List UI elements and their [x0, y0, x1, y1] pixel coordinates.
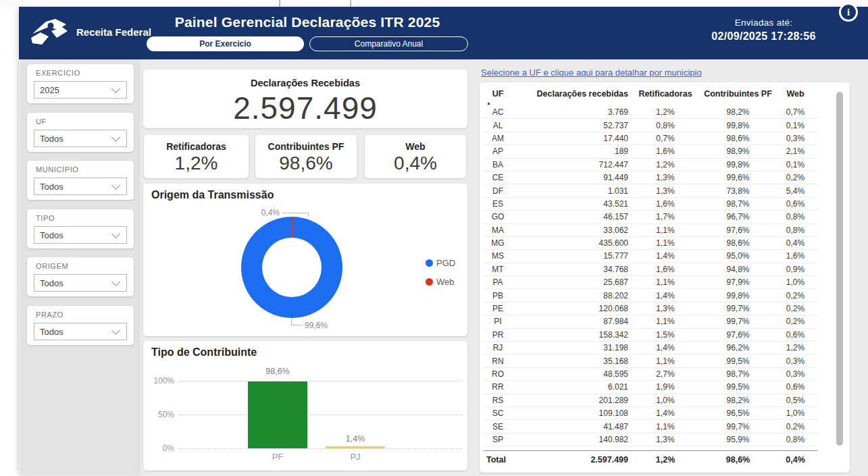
table-cell: 0,3% — [773, 369, 817, 379]
kpi-value: 2.597.499 — [143, 90, 467, 126]
table-row[interactable]: PE120.0681,3%99,7%0,2% — [484, 302, 817, 315]
screen: Receita Federal Painel Gerencial Declara… — [0, 0, 868, 476]
table-row[interactable]: SP140.9821,3%95,9%0,8% — [484, 433, 817, 446]
table-row[interactable]: RR6.0211,9%99,5%0,6% — [484, 381, 817, 394]
table-row[interactable]: RS201.2891,0%98,2%0,5% — [484, 394, 817, 407]
table-cell: 35.168 — [512, 356, 628, 366]
table-row[interactable]: BA712.4471,2%99,8%0,1% — [484, 159, 817, 171]
chevron-down-icon — [111, 84, 120, 93]
legend-label: Web — [436, 277, 455, 287]
column-header-web[interactable]: Web — [773, 88, 817, 100]
column-header-retificadoras[interactable]: Retificadoras — [628, 88, 703, 100]
table-cell: RJ — [484, 343, 512, 352]
table-row[interactable]: PR158.3421,5%97,6%0,6% — [484, 329, 817, 342]
exercicio-dropdown[interactable]: 2025 — [34, 81, 127, 99]
total-cell: 98,6% — [703, 455, 773, 465]
filter-label: UF — [36, 117, 47, 126]
table-cell: 1,6% — [773, 251, 817, 261]
table-cell: 1,1% — [628, 226, 703, 235]
tab-comparativo-anual[interactable]: Comparativo Anual — [309, 36, 468, 51]
chart-title: Origem da Transmissão — [151, 189, 274, 201]
donut-ring[interactable] — [241, 217, 342, 318]
table-row[interactable]: MA33.0621,1%97,6%0,8% — [484, 224, 817, 237]
chart-title: Tipo de Contribuinte — [151, 346, 257, 359]
filter-card-uf: UF Todos — [27, 113, 134, 152]
table-total-row: Total 2.597.499 1,2% 98,6% 0,4% — [484, 450, 817, 468]
sort-ascending-icon[interactable]: ▲ — [486, 101, 491, 105]
x-axis-tick-pf: PF — [248, 452, 307, 462]
table-row[interactable]: MT34.7681,6%94,8%0,9% — [484, 263, 817, 276]
bar-pf[interactable] — [248, 381, 307, 448]
table-cell: 99,8% — [703, 121, 773, 130]
gridline — [178, 415, 462, 415]
table-row[interactable]: RN35.1681,1%99,5%0,3% — [484, 354, 817, 367]
table-cell: 1,6% — [628, 199, 703, 209]
table-row[interactable]: CE91.4491,3%99,6%0,2% — [484, 171, 817, 184]
table-row[interactable]: AC3.7691,2%98,2%0,7% — [484, 106, 817, 119]
table-row[interactable]: ES43.5211,6%98,7%0,6% — [484, 198, 817, 211]
total-cell: 0,4% — [773, 455, 817, 465]
dropdown-value: Todos — [34, 327, 113, 337]
table-row[interactable]: SE41.4871,1%99,7%0,2% — [484, 420, 817, 433]
table-row[interactable]: DF1.0311,3%73,8%5,4% — [484, 184, 817, 197]
table-cell: 201.289 — [512, 396, 628, 405]
table-row[interactable]: PB88.2021,4%99,8%0,2% — [484, 289, 817, 302]
dropdown-value: Todos — [34, 278, 113, 288]
table-cell: 0,2% — [773, 422, 817, 431]
donut-label-web: 0,4% — [245, 208, 280, 217]
table-cell: 0,1% — [773, 160, 817, 169]
gridline — [178, 448, 462, 449]
prazo-dropdown[interactable]: Todos — [34, 323, 127, 340]
table-scrollbar[interactable] — [836, 92, 843, 446]
table-cell: 1,4% — [628, 251, 703, 261]
table-row[interactable]: AP1891,6%98,9%2,1% — [484, 145, 817, 158]
table-cell: 1,1% — [628, 277, 703, 287]
column-header-uf[interactable]: UF — [484, 88, 512, 100]
dropdown-value: Todos — [34, 182, 113, 192]
table-row[interactable]: AL52.7370,8%99,8%0,1% — [484, 119, 817, 132]
info-icon[interactable]: i — [839, 3, 858, 22]
bar-pj[interactable] — [326, 446, 385, 448]
dropdown-value: Todos — [34, 134, 113, 144]
table-row[interactable]: MS15.7771,4%95,0%1,6% — [484, 250, 817, 263]
table-row[interactable]: RJ31.1981,4%96,2%1,2% — [484, 342, 817, 354]
tipo-dropdown[interactable]: Todos — [34, 226, 127, 244]
table-row[interactable]: PA25.6871,1%97,9%1,0% — [484, 276, 817, 289]
table-cell: 95,0% — [703, 251, 773, 261]
table-cell: PI — [484, 317, 512, 326]
table-cell: 2,1% — [773, 147, 817, 156]
origem-dropdown[interactable]: Todos — [34, 274, 127, 292]
municipio-dropdown[interactable]: Todos — [34, 178, 127, 195]
table-cell: 48.595 — [512, 369, 628, 379]
kpi-title: Retificadoras — [144, 141, 249, 152]
table-row[interactable]: RO48.5952,7%98,7%0,3% — [484, 368, 817, 381]
table-cell: RS — [484, 396, 512, 405]
column-header-contribuintes-pf[interactable]: Contribuintes PF — [703, 88, 773, 100]
table-row[interactable]: PI87.9841,1%99,7%0,2% — [484, 315, 817, 328]
legend-item-pgd[interactable]: PGD — [426, 258, 455, 268]
table-cell: ES — [484, 199, 512, 209]
table-cell: 712.447 — [512, 160, 628, 169]
table-row[interactable]: GO46.1571,7%96,7%0,8% — [484, 211, 817, 223]
column-header-declaracoes[interactable]: Declarações recebidas — [512, 88, 628, 100]
uf-dropdown[interactable]: Todos — [34, 130, 127, 147]
table-cell: 1,2% — [628, 107, 703, 117]
chevron-down-icon — [111, 277, 120, 286]
table-row[interactable]: MG435.6001,1%98,6%0,4% — [484, 237, 817, 250]
table-cell: 0,7% — [773, 107, 817, 117]
table-cell: GO — [484, 212, 512, 221]
table-cell: 0,7% — [628, 134, 703, 143]
chevron-down-icon — [111, 326, 120, 335]
legend-item-web[interactable]: Web — [426, 277, 455, 287]
table-cell: 1,4% — [628, 291, 703, 300]
table-cell: 73,8% — [703, 186, 773, 196]
tab-por-exercicio[interactable]: Por Exercicio — [147, 36, 304, 51]
detail-by-municipio-link[interactable]: Selecione a UF e clique aqui para detalh… — [481, 68, 702, 78]
table-row[interactable]: AM17.4400,7%98,6%0,3% — [484, 132, 817, 145]
kpi-title: Contribuintes PF — [255, 141, 357, 152]
table-cell: MA — [484, 226, 512, 235]
receita-federal-logo-icon — [28, 16, 70, 47]
table-row[interactable]: SC109.1081,4%96,5%1,0% — [484, 407, 817, 420]
table-cell: 189 — [512, 147, 628, 156]
table-cell: 1,3% — [628, 304, 703, 313]
